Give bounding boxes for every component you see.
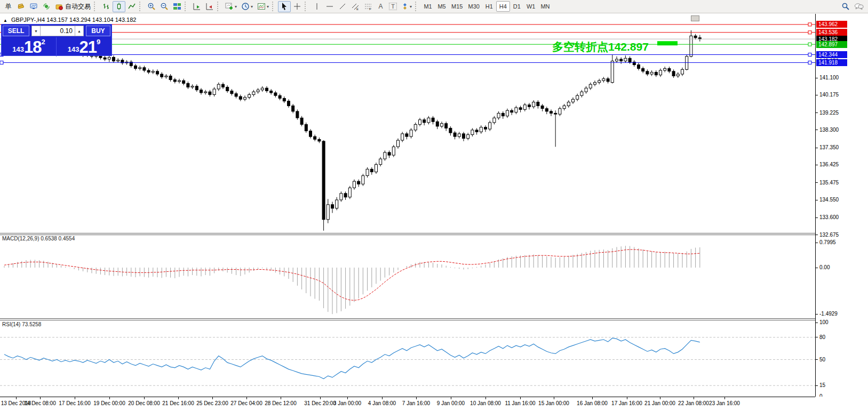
axis-tick: [816, 337, 818, 337]
fibo-letter: F: [369, 7, 371, 11]
time-axis[interactable]: 13 Dec 201814 Dec 08:0017 Dec 16:0019 De…: [0, 397, 868, 411]
axis-tick-label: 133.600: [819, 214, 839, 220]
time-tick: [416, 397, 417, 399]
toolbar-grip: [272, 2, 276, 11]
time-tick-label: 23 Jan 16:00: [700, 400, 748, 406]
bid-big-digits: 18: [24, 40, 41, 55]
signals-icon[interactable]: [40, 1, 53, 12]
price-level-label: 142.344: [816, 51, 847, 58]
line-chart-button[interactable]: [125, 1, 138, 12]
toolbar-grip: [415, 2, 419, 11]
templates-button[interactable]: ▾: [255, 1, 271, 12]
timeframe-w1-button[interactable]: W1: [524, 1, 538, 12]
level-handle: [808, 53, 811, 57]
timeframe-h1-button[interactable]: H1: [482, 1, 496, 12]
toolbar-grip: [185, 2, 188, 11]
axis-tick-label: 141.100: [819, 75, 839, 80]
time-tick: [109, 397, 110, 399]
main-chart-canvas[interactable]: 多空转折点142.897: [0, 14, 815, 233]
dropdown-arrow-icon: ▾: [251, 4, 253, 9]
channel-letter: E: [356, 7, 359, 11]
charts-icon[interactable]: [27, 1, 40, 12]
timeframe-m1-button[interactable]: M1: [421, 1, 435, 12]
collapse-triangle-icon[interactable]: ▲: [3, 18, 7, 23]
axis-tick: [816, 95, 818, 95]
sell-button[interactable]: SELL: [3, 26, 29, 36]
trendline-button[interactable]: [336, 1, 349, 12]
text-button[interactable]: A: [375, 1, 387, 12]
timeframe-m15-button[interactable]: M15: [449, 1, 465, 12]
new-order-label: 单: [5, 2, 12, 11]
candle-wicks: [4, 30, 700, 231]
volume-increase-button[interactable]: ▲: [75, 26, 84, 36]
time-tick: [724, 397, 725, 399]
time-tick: [40, 397, 41, 399]
text-label-glyph: T: [389, 3, 397, 10]
timeframe-h4-button[interactable]: H4: [496, 1, 510, 12]
price-level-label: 141.918: [816, 59, 847, 66]
symbol-info: ▲ GBPJPY-,H4 143.157 143.294 143.104 143…: [3, 17, 136, 23]
horizontal-line-button[interactable]: [323, 1, 336, 12]
fibonacci-button[interactable]: F: [362, 1, 375, 12]
autotrade-button[interactable]: 自动交易: [53, 1, 93, 12]
search-icon[interactable]: [839, 1, 852, 12]
ask-price[interactable]: 143 21 9: [57, 37, 112, 57]
timeframe-d1-button[interactable]: D1: [510, 1, 524, 12]
volume-decrease-button[interactable]: ▼: [31, 26, 41, 36]
crosshair-button[interactable]: [291, 1, 304, 12]
axis-tick: [816, 268, 818, 268]
zoom-in-button[interactable]: [145, 1, 158, 12]
timeframe-m5-button[interactable]: M5: [435, 1, 449, 12]
timeframe-m30-button[interactable]: M30: [465, 1, 482, 12]
time-tick: [520, 397, 521, 399]
time-axis-line: [0, 397, 815, 397]
macd-pane-canvas[interactable]: [0, 235, 815, 318]
auto-scroll-button[interactable]: [190, 1, 203, 12]
chart-scroll-marker[interactable]: [691, 15, 699, 21]
zoom-out-button[interactable]: [158, 1, 171, 12]
macd-histogram: [4, 246, 700, 314]
time-tick: [660, 397, 660, 399]
chat-icon[interactable]: [852, 1, 866, 12]
new-order-button[interactable]: 单: [2, 1, 14, 12]
timeframe-mn-button[interactable]: MN: [538, 1, 552, 12]
bar-chart-button[interactable]: [100, 1, 113, 12]
indicators-button[interactable]: ▾: [223, 1, 239, 12]
axis-tick-label: 136.425: [819, 162, 839, 167]
time-tick: [694, 397, 694, 399]
macd-signal-line: [4, 249, 700, 300]
chart-shift-button[interactable]: [203, 1, 216, 12]
highlight-zone: [657, 41, 678, 45]
dropdown-arrow-icon: ▾: [410, 4, 412, 9]
time-tick: [178, 397, 179, 399]
volume-stepper: ▼ ▲: [31, 26, 84, 36]
axis-tick-label: 15: [819, 382, 825, 388]
rsi-pane-canvas[interactable]: [0, 320, 815, 397]
cursor-button[interactable]: [278, 1, 291, 12]
volume-input[interactable]: [41, 26, 75, 36]
level-handle: [808, 23, 811, 26]
periods-button[interactable]: ▾: [239, 1, 255, 12]
time-tick: [451, 397, 451, 399]
tile-windows-button[interactable]: [171, 1, 184, 12]
bid-price[interactable]: 143 18 2: [2, 37, 57, 57]
axis-tick-label: 135.475: [819, 180, 839, 186]
axis-tick-label: 0.00: [819, 264, 830, 270]
equidistant-channel-button[interactable]: E: [349, 1, 362, 12]
axis-tick: [816, 314, 818, 315]
vertical-line-button[interactable]: [310, 1, 323, 12]
time-tick: [320, 397, 321, 399]
toolbar-grip: [305, 2, 308, 11]
price-scale[interactable]: 141.100140.175139.225138.300137.350136.4…: [815, 14, 868, 411]
level-handle: [0, 61, 3, 64]
market-watch-icon[interactable]: [14, 1, 27, 12]
annotation-text: 多空转折点142.897: [552, 41, 649, 53]
text-label-button[interactable]: T: [387, 1, 399, 12]
shapes-button[interactable]: ▾: [399, 1, 414, 12]
candlestick-chart-button[interactable]: [113, 1, 125, 12]
axis-tick: [816, 323, 818, 323]
buy-button[interactable]: BUY: [86, 26, 110, 36]
axis-tick: [816, 78, 818, 78]
toolbar-grip: [94, 2, 98, 11]
dropdown-arrow-icon: ▾: [235, 4, 237, 9]
